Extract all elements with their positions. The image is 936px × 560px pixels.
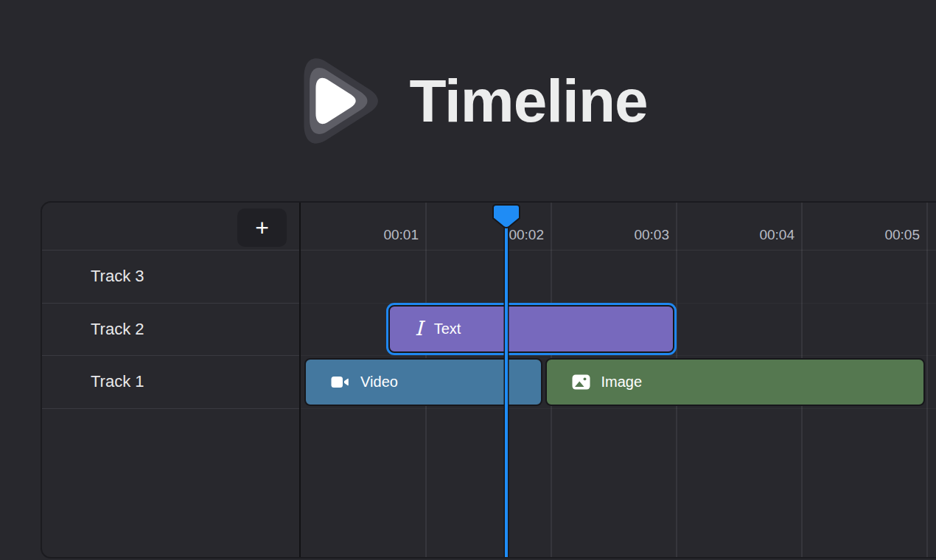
ruler-tick-label: 00:03 <box>588 224 669 246</box>
track-row-track-1: Track 1 <box>42 356 299 409</box>
clip-label: Text <box>434 321 461 337</box>
sidebar-header: + <box>42 203 299 251</box>
add-track-button[interactable]: + <box>237 209 287 247</box>
track-label: Track 3 <box>91 267 144 286</box>
playhead-line[interactable] <box>505 223 508 557</box>
plus-icon: + <box>255 214 269 241</box>
track-row-track-3: Track 3 <box>42 251 299 304</box>
row-divider-line <box>301 303 936 304</box>
play-logo-icon <box>288 52 387 150</box>
track-row-track-2: Track 2 <box>42 304 299 357</box>
playhead-handle[interactable] <box>492 204 520 230</box>
timeline-panel: + Track 3Track 2Track 1 00:0100:0200:030… <box>41 201 936 559</box>
ruler-tick-label: 00:01 <box>338 224 419 246</box>
clip-label: Image <box>601 374 643 391</box>
track-sidebar: + Track 3Track 2Track 1 <box>42 203 299 557</box>
clip-image[interactable]: Image <box>545 358 925 406</box>
video-camera-icon <box>331 375 349 389</box>
gridline-00:05 <box>926 203 928 557</box>
track-list: Track 3Track 2Track 1 <box>42 251 299 409</box>
clip-text[interactable]: IText <box>388 305 674 353</box>
ruler-tick-label: 00:04 <box>713 224 794 246</box>
track-label: Track 1 <box>91 372 144 391</box>
ruler-tick-label: 00:05 <box>839 224 920 246</box>
clip-label: Video <box>360 374 398 391</box>
row-divider-line <box>301 408 936 409</box>
image-icon <box>572 374 590 390</box>
text-italic-icon: I <box>415 319 423 339</box>
track-label: Track 2 <box>91 320 144 339</box>
app-header: Timeline <box>0 46 936 156</box>
timeline-area[interactable]: 00:0100:0200:0300:0400:05ITextVideoImage <box>301 203 936 557</box>
row-divider-line <box>301 355 936 356</box>
app-title: Timeline <box>409 66 647 136</box>
row-divider-line <box>301 250 936 251</box>
